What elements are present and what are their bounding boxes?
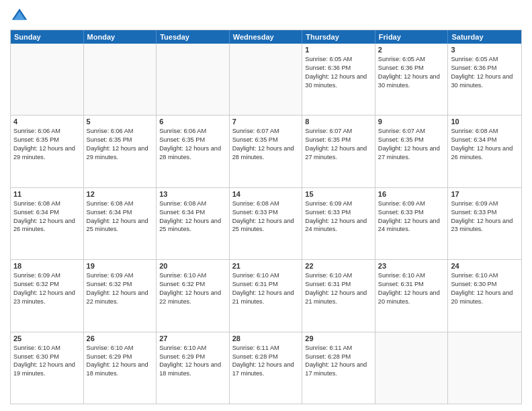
calendar-week-5: 25Sunrise: 6:10 AMSunset: 6:30 PMDayligh… (11, 332, 521, 404)
cell-info: Sunrise: 6:09 AMSunset: 6:33 PMDaylight:… (305, 199, 372, 234)
calendar-cell: 16Sunrise: 6:09 AMSunset: 6:33 PMDayligh… (375, 188, 449, 259)
day-number: 21 (232, 262, 300, 270)
cell-info: Sunrise: 6:07 AMSunset: 6:35 PMDaylight:… (232, 127, 300, 162)
day-number: 18 (13, 262, 81, 270)
calendar-cell: 12Sunrise: 6:08 AMSunset: 6:34 PMDayligh… (84, 188, 157, 259)
day-number: 15 (305, 190, 372, 198)
day-number: 1 (305, 46, 372, 54)
cell-info: Sunrise: 6:08 AMSunset: 6:34 PMDaylight:… (87, 199, 154, 234)
cell-info: Sunrise: 6:05 AMSunset: 6:36 PMDaylight:… (378, 55, 445, 90)
cell-info: Sunrise: 6:10 AMSunset: 6:29 PMDaylight:… (159, 344, 226, 379)
calendar-cell: 22Sunrise: 6:10 AMSunset: 6:31 PMDayligh… (302, 260, 375, 331)
calendar-cell: 21Sunrise: 6:10 AMSunset: 6:31 PMDayligh… (230, 260, 303, 331)
calendar-cell: 4Sunrise: 6:06 AMSunset: 6:35 PMDaylight… (11, 116, 84, 187)
day-header-sunday: Sunday (11, 30, 84, 44)
calendar-cell: 7Sunrise: 6:07 AMSunset: 6:35 PMDaylight… (230, 116, 303, 187)
day-number: 12 (87, 190, 154, 198)
day-number: 10 (451, 118, 519, 126)
cell-info: Sunrise: 6:10 AMSunset: 6:31 PMDaylight:… (305, 271, 372, 306)
calendar-cell: 29Sunrise: 6:11 AMSunset: 6:28 PMDayligh… (302, 332, 375, 404)
day-number: 17 (451, 190, 519, 198)
day-number: 6 (159, 118, 226, 126)
calendar-week-2: 4Sunrise: 6:06 AMSunset: 6:35 PMDaylight… (11, 116, 521, 187)
calendar-cell: 2Sunrise: 6:05 AMSunset: 6:36 PMDaylight… (375, 44, 449, 115)
header (10, 7, 522, 26)
cell-info: Sunrise: 6:08 AMSunset: 6:33 PMDaylight:… (232, 199, 300, 234)
cell-info: Sunrise: 6:08 AMSunset: 6:34 PMDaylight:… (451, 127, 519, 162)
day-number: 2 (378, 46, 445, 54)
cell-info: Sunrise: 6:07 AMSunset: 6:35 PMDaylight:… (378, 127, 445, 162)
calendar-week-3: 11Sunrise: 6:08 AMSunset: 6:34 PMDayligh… (11, 188, 521, 260)
calendar-cell: 18Sunrise: 6:09 AMSunset: 6:32 PMDayligh… (11, 260, 84, 331)
day-header-wednesday: Wednesday (230, 30, 303, 44)
day-number: 19 (87, 262, 154, 270)
day-number: 26 (87, 334, 154, 342)
day-number: 22 (305, 262, 372, 270)
calendar-cell: 8Sunrise: 6:07 AMSunset: 6:35 PMDaylight… (302, 116, 375, 187)
calendar-cell: 24Sunrise: 6:10 AMSunset: 6:30 PMDayligh… (448, 260, 521, 331)
calendar-cell: 3Sunrise: 6:05 AMSunset: 6:36 PMDaylight… (448, 44, 521, 115)
calendar-cell: 9Sunrise: 6:07 AMSunset: 6:35 PMDaylight… (375, 116, 449, 187)
calendar-cell: 19Sunrise: 6:09 AMSunset: 6:32 PMDayligh… (84, 260, 157, 331)
day-header-tuesday: Tuesday (157, 30, 230, 44)
cell-info: Sunrise: 6:11 AMSunset: 6:28 PMDaylight:… (305, 344, 372, 379)
logo-icon (10, 7, 29, 26)
calendar-cell: 20Sunrise: 6:10 AMSunset: 6:32 PMDayligh… (157, 260, 230, 331)
calendar-cell: 13Sunrise: 6:08 AMSunset: 6:34 PMDayligh… (157, 188, 230, 259)
cell-info: Sunrise: 6:06 AMSunset: 6:35 PMDaylight:… (13, 127, 81, 162)
day-header-saturday: Saturday (448, 30, 521, 44)
day-number: 9 (378, 118, 445, 126)
calendar-cell: 1Sunrise: 6:05 AMSunset: 6:36 PMDaylight… (302, 44, 375, 115)
calendar-cell (157, 44, 230, 115)
day-number: 4 (13, 118, 81, 126)
calendar-cell (375, 332, 449, 404)
logo (10, 7, 32, 26)
cell-info: Sunrise: 6:09 AMSunset: 6:33 PMDaylight:… (378, 199, 445, 234)
day-number: 14 (232, 190, 300, 198)
page: SundayMondayTuesdayWednesdayThursdayFrid… (0, 0, 532, 411)
day-number: 25 (13, 334, 81, 342)
day-number: 28 (232, 334, 300, 342)
day-number: 29 (305, 334, 372, 342)
cell-info: Sunrise: 6:08 AMSunset: 6:34 PMDaylight:… (159, 199, 226, 234)
day-number: 3 (451, 46, 519, 54)
calendar-header: SundayMondayTuesdayWednesdayThursdayFrid… (11, 30, 521, 44)
day-number: 23 (378, 262, 445, 270)
day-number: 7 (232, 118, 300, 126)
cell-info: Sunrise: 6:09 AMSunset: 6:32 PMDaylight:… (13, 271, 81, 306)
day-number: 16 (378, 190, 445, 198)
calendar-cell: 26Sunrise: 6:10 AMSunset: 6:29 PMDayligh… (84, 332, 157, 404)
cell-info: Sunrise: 6:05 AMSunset: 6:36 PMDaylight:… (305, 55, 372, 90)
day-number: 11 (13, 190, 81, 198)
cell-info: Sunrise: 6:09 AMSunset: 6:33 PMDaylight:… (451, 199, 519, 234)
calendar-cell: 25Sunrise: 6:10 AMSunset: 6:30 PMDayligh… (11, 332, 84, 404)
day-number: 13 (159, 190, 226, 198)
cell-info: Sunrise: 6:11 AMSunset: 6:28 PMDaylight:… (232, 344, 300, 379)
cell-info: Sunrise: 6:05 AMSunset: 6:36 PMDaylight:… (451, 55, 519, 90)
cell-info: Sunrise: 6:08 AMSunset: 6:34 PMDaylight:… (13, 199, 81, 234)
day-number: 8 (305, 118, 372, 126)
day-header-friday: Friday (375, 30, 449, 44)
calendar-cell: 10Sunrise: 6:08 AMSunset: 6:34 PMDayligh… (448, 116, 521, 187)
cell-info: Sunrise: 6:10 AMSunset: 6:32 PMDaylight:… (159, 271, 226, 306)
day-number: 20 (159, 262, 226, 270)
calendar-cell: 28Sunrise: 6:11 AMSunset: 6:28 PMDayligh… (230, 332, 303, 404)
calendar-cell (11, 44, 84, 115)
calendar-cell: 11Sunrise: 6:08 AMSunset: 6:34 PMDayligh… (11, 188, 84, 259)
calendar-week-1: 1Sunrise: 6:05 AMSunset: 6:36 PMDaylight… (11, 44, 521, 116)
day-header-thursday: Thursday (302, 30, 375, 44)
day-number: 27 (159, 334, 226, 342)
calendar-week-4: 18Sunrise: 6:09 AMSunset: 6:32 PMDayligh… (11, 260, 521, 332)
calendar-cell (84, 44, 157, 115)
calendar: SundayMondayTuesdayWednesdayThursdayFrid… (10, 30, 522, 404)
day-number: 24 (451, 262, 519, 270)
calendar-cell: 27Sunrise: 6:10 AMSunset: 6:29 PMDayligh… (157, 332, 230, 404)
cell-info: Sunrise: 6:09 AMSunset: 6:32 PMDaylight:… (87, 271, 154, 306)
calendar-cell: 6Sunrise: 6:06 AMSunset: 6:35 PMDaylight… (157, 116, 230, 187)
calendar-cell: 17Sunrise: 6:09 AMSunset: 6:33 PMDayligh… (448, 188, 521, 259)
day-number: 5 (87, 118, 154, 126)
calendar-cell (448, 332, 521, 404)
calendar-cell: 14Sunrise: 6:08 AMSunset: 6:33 PMDayligh… (230, 188, 303, 259)
cell-info: Sunrise: 6:10 AMSunset: 6:30 PMDaylight:… (451, 271, 519, 306)
calendar-cell: 23Sunrise: 6:10 AMSunset: 6:31 PMDayligh… (375, 260, 449, 331)
